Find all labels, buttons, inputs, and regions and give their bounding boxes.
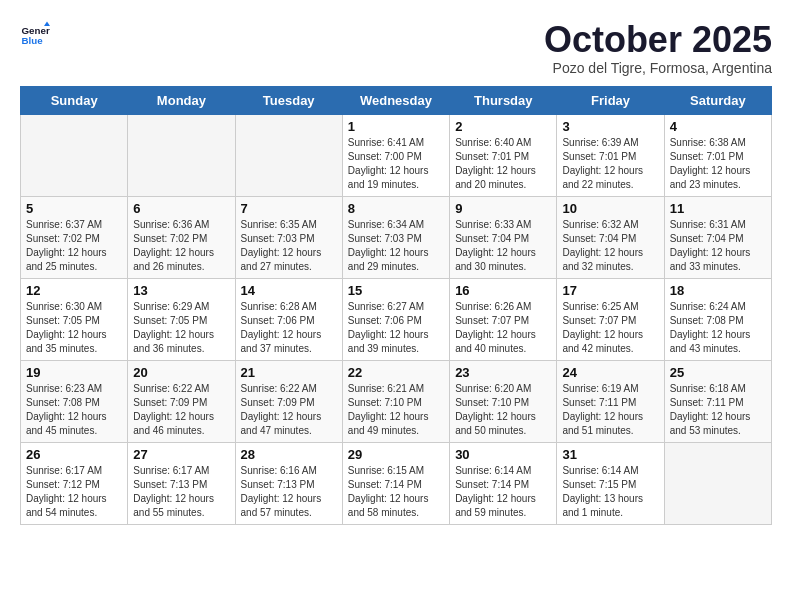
logo-icon: General Blue — [20, 20, 50, 50]
day-number: 15 — [348, 283, 444, 298]
day-number: 28 — [241, 447, 337, 462]
day-info: Sunrise: 6:21 AM Sunset: 7:10 PM Dayligh… — [348, 382, 444, 438]
day-of-week-header: Thursday — [450, 86, 557, 114]
page-header: General Blue October 2025 Pozo del Tigre… — [20, 20, 772, 76]
day-number: 19 — [26, 365, 122, 380]
calendar-week-row: 19Sunrise: 6:23 AM Sunset: 7:08 PM Dayli… — [21, 360, 772, 442]
day-info: Sunrise: 6:23 AM Sunset: 7:08 PM Dayligh… — [26, 382, 122, 438]
calendar-cell: 30Sunrise: 6:14 AM Sunset: 7:14 PM Dayli… — [450, 442, 557, 524]
calendar-cell: 16Sunrise: 6:26 AM Sunset: 7:07 PM Dayli… — [450, 278, 557, 360]
calendar-cell — [21, 114, 128, 196]
calendar-cell: 7Sunrise: 6:35 AM Sunset: 7:03 PM Daylig… — [235, 196, 342, 278]
day-info: Sunrise: 6:17 AM Sunset: 7:12 PM Dayligh… — [26, 464, 122, 520]
day-info: Sunrise: 6:40 AM Sunset: 7:01 PM Dayligh… — [455, 136, 551, 192]
day-info: Sunrise: 6:17 AM Sunset: 7:13 PM Dayligh… — [133, 464, 229, 520]
day-number: 22 — [348, 365, 444, 380]
calendar-week-row: 26Sunrise: 6:17 AM Sunset: 7:12 PM Dayli… — [21, 442, 772, 524]
day-number: 3 — [562, 119, 658, 134]
day-of-week-header: Sunday — [21, 86, 128, 114]
day-info: Sunrise: 6:29 AM Sunset: 7:05 PM Dayligh… — [133, 300, 229, 356]
day-of-week-header: Wednesday — [342, 86, 449, 114]
calendar-cell: 13Sunrise: 6:29 AM Sunset: 7:05 PM Dayli… — [128, 278, 235, 360]
calendar-cell: 18Sunrise: 6:24 AM Sunset: 7:08 PM Dayli… — [664, 278, 771, 360]
day-info: Sunrise: 6:27 AM Sunset: 7:06 PM Dayligh… — [348, 300, 444, 356]
calendar-header-row: SundayMondayTuesdayWednesdayThursdayFrid… — [21, 86, 772, 114]
calendar-cell: 22Sunrise: 6:21 AM Sunset: 7:10 PM Dayli… — [342, 360, 449, 442]
day-info: Sunrise: 6:24 AM Sunset: 7:08 PM Dayligh… — [670, 300, 766, 356]
day-number: 21 — [241, 365, 337, 380]
calendar-cell: 23Sunrise: 6:20 AM Sunset: 7:10 PM Dayli… — [450, 360, 557, 442]
logo: General Blue — [20, 20, 50, 50]
title-block: October 2025 Pozo del Tigre, Formosa, Ar… — [544, 20, 772, 76]
day-number: 26 — [26, 447, 122, 462]
day-of-week-header: Saturday — [664, 86, 771, 114]
day-info: Sunrise: 6:16 AM Sunset: 7:13 PM Dayligh… — [241, 464, 337, 520]
calendar-cell: 2Sunrise: 6:40 AM Sunset: 7:01 PM Daylig… — [450, 114, 557, 196]
calendar-cell: 19Sunrise: 6:23 AM Sunset: 7:08 PM Dayli… — [21, 360, 128, 442]
day-info: Sunrise: 6:35 AM Sunset: 7:03 PM Dayligh… — [241, 218, 337, 274]
svg-text:Blue: Blue — [22, 35, 44, 46]
day-number: 23 — [455, 365, 551, 380]
day-info: Sunrise: 6:34 AM Sunset: 7:03 PM Dayligh… — [348, 218, 444, 274]
calendar-cell: 6Sunrise: 6:36 AM Sunset: 7:02 PM Daylig… — [128, 196, 235, 278]
day-info: Sunrise: 6:41 AM Sunset: 7:00 PM Dayligh… — [348, 136, 444, 192]
day-number: 18 — [670, 283, 766, 298]
calendar-cell: 15Sunrise: 6:27 AM Sunset: 7:06 PM Dayli… — [342, 278, 449, 360]
day-number: 17 — [562, 283, 658, 298]
day-info: Sunrise: 6:22 AM Sunset: 7:09 PM Dayligh… — [133, 382, 229, 438]
calendar-cell: 3Sunrise: 6:39 AM Sunset: 7:01 PM Daylig… — [557, 114, 664, 196]
day-number: 1 — [348, 119, 444, 134]
day-of-week-header: Tuesday — [235, 86, 342, 114]
calendar-cell: 27Sunrise: 6:17 AM Sunset: 7:13 PM Dayli… — [128, 442, 235, 524]
day-info: Sunrise: 6:30 AM Sunset: 7:05 PM Dayligh… — [26, 300, 122, 356]
day-number: 20 — [133, 365, 229, 380]
calendar-cell — [664, 442, 771, 524]
day-info: Sunrise: 6:14 AM Sunset: 7:15 PM Dayligh… — [562, 464, 658, 520]
calendar-cell: 9Sunrise: 6:33 AM Sunset: 7:04 PM Daylig… — [450, 196, 557, 278]
calendar-cell: 11Sunrise: 6:31 AM Sunset: 7:04 PM Dayli… — [664, 196, 771, 278]
day-number: 11 — [670, 201, 766, 216]
calendar-cell: 24Sunrise: 6:19 AM Sunset: 7:11 PM Dayli… — [557, 360, 664, 442]
day-info: Sunrise: 6:37 AM Sunset: 7:02 PM Dayligh… — [26, 218, 122, 274]
day-number: 9 — [455, 201, 551, 216]
calendar-cell: 8Sunrise: 6:34 AM Sunset: 7:03 PM Daylig… — [342, 196, 449, 278]
calendar-week-row: 12Sunrise: 6:30 AM Sunset: 7:05 PM Dayli… — [21, 278, 772, 360]
calendar-cell — [235, 114, 342, 196]
calendar-cell: 1Sunrise: 6:41 AM Sunset: 7:00 PM Daylig… — [342, 114, 449, 196]
day-info: Sunrise: 6:14 AM Sunset: 7:14 PM Dayligh… — [455, 464, 551, 520]
calendar-cell: 12Sunrise: 6:30 AM Sunset: 7:05 PM Dayli… — [21, 278, 128, 360]
day-number: 27 — [133, 447, 229, 462]
svg-text:General: General — [22, 25, 51, 36]
calendar-cell: 31Sunrise: 6:14 AM Sunset: 7:15 PM Dayli… — [557, 442, 664, 524]
calendar-week-row: 5Sunrise: 6:37 AM Sunset: 7:02 PM Daylig… — [21, 196, 772, 278]
calendar-cell: 21Sunrise: 6:22 AM Sunset: 7:09 PM Dayli… — [235, 360, 342, 442]
day-number: 31 — [562, 447, 658, 462]
day-info: Sunrise: 6:28 AM Sunset: 7:06 PM Dayligh… — [241, 300, 337, 356]
calendar-cell: 25Sunrise: 6:18 AM Sunset: 7:11 PM Dayli… — [664, 360, 771, 442]
day-info: Sunrise: 6:33 AM Sunset: 7:04 PM Dayligh… — [455, 218, 551, 274]
calendar-cell: 5Sunrise: 6:37 AM Sunset: 7:02 PM Daylig… — [21, 196, 128, 278]
day-info: Sunrise: 6:19 AM Sunset: 7:11 PM Dayligh… — [562, 382, 658, 438]
calendar-cell — [128, 114, 235, 196]
calendar-table: SundayMondayTuesdayWednesdayThursdayFrid… — [20, 86, 772, 525]
day-number: 8 — [348, 201, 444, 216]
calendar-cell: 28Sunrise: 6:16 AM Sunset: 7:13 PM Dayli… — [235, 442, 342, 524]
day-number: 16 — [455, 283, 551, 298]
calendar-cell: 17Sunrise: 6:25 AM Sunset: 7:07 PM Dayli… — [557, 278, 664, 360]
day-info: Sunrise: 6:39 AM Sunset: 7:01 PM Dayligh… — [562, 136, 658, 192]
calendar-cell: 10Sunrise: 6:32 AM Sunset: 7:04 PM Dayli… — [557, 196, 664, 278]
calendar-cell: 14Sunrise: 6:28 AM Sunset: 7:06 PM Dayli… — [235, 278, 342, 360]
calendar-week-row: 1Sunrise: 6:41 AM Sunset: 7:00 PM Daylig… — [21, 114, 772, 196]
day-info: Sunrise: 6:38 AM Sunset: 7:01 PM Dayligh… — [670, 136, 766, 192]
day-of-week-header: Monday — [128, 86, 235, 114]
day-number: 25 — [670, 365, 766, 380]
calendar-cell: 29Sunrise: 6:15 AM Sunset: 7:14 PM Dayli… — [342, 442, 449, 524]
day-info: Sunrise: 6:36 AM Sunset: 7:02 PM Dayligh… — [133, 218, 229, 274]
day-number: 4 — [670, 119, 766, 134]
day-number: 6 — [133, 201, 229, 216]
calendar-cell: 20Sunrise: 6:22 AM Sunset: 7:09 PM Dayli… — [128, 360, 235, 442]
calendar-cell: 26Sunrise: 6:17 AM Sunset: 7:12 PM Dayli… — [21, 442, 128, 524]
day-number: 24 — [562, 365, 658, 380]
day-of-week-header: Friday — [557, 86, 664, 114]
day-info: Sunrise: 6:18 AM Sunset: 7:11 PM Dayligh… — [670, 382, 766, 438]
